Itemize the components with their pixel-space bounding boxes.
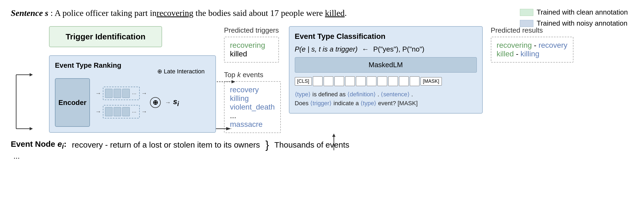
sentence-label: Sentence s <box>11 8 48 18</box>
template-text: ⟨type⟩ is defined as ⟨definition⟩ . ⟨sen… <box>295 90 477 108</box>
killed-word: killed <box>325 8 345 18</box>
brace-symbol: } <box>265 139 269 150</box>
top-k-item-1: recovery <box>230 86 275 94</box>
predicted-results-label-section: Predicted results recovering - recovery … <box>491 26 573 63</box>
col-results: Predicted results recovering - recovery … <box>491 26 573 63</box>
col-middle-boxes: Predicted triggers recovering killed Top… <box>224 26 281 133</box>
tmpl-is-defined: is defined as <box>312 91 347 98</box>
tmpl-sentence: ⟨sentence⟩ <box>381 91 410 98</box>
event-ranking-box: Event Type Ranking ⊕ Late Interaction En… <box>49 55 216 133</box>
legend-noisy-box <box>520 20 533 27</box>
result-dash-2: - <box>516 50 520 58</box>
col-classification: Event Type Classification P(e | s, t is … <box>289 26 483 114</box>
event-ranking-title: Event Type Ranking <box>55 61 121 70</box>
si-label: si <box>173 97 179 108</box>
legend-clean-box <box>520 9 533 16</box>
svg-marker-4 <box>30 127 33 130</box>
legend-clean: Trained with clean annotation <box>520 8 628 16</box>
mask-box: [MASK] <box>421 77 442 86</box>
encoder-box: Encoder <box>55 78 90 127</box>
event-classification-box: Event Type Classification P(e | s, t is … <box>289 26 483 114</box>
tmpl-def: ⟨definition⟩ <box>347 91 376 98</box>
arrow-top: → <box>95 90 101 97</box>
seq-6 <box>367 76 376 86</box>
sentence-middle: the bodies said about 17 people were <box>193 8 325 18</box>
template-line2: Does ⟨trigger⟩ indicate a ⟨type⟩ event? … <box>295 99 477 108</box>
top-k-dots: ... <box>230 111 275 120</box>
cls-box: [CLS] <box>295 77 312 86</box>
arrow-to-si: → <box>165 99 171 106</box>
formula-arrow: ← <box>362 45 369 53</box>
sentence-period: . <box>345 8 347 18</box>
top-k-label: Top k events <box>224 71 281 79</box>
col-trigger: Trigger Identification Event Type Rankin… <box>49 26 216 133</box>
late-interaction-label: ⊕ Late Interaction <box>157 68 205 75</box>
seq-4 <box>345 76 355 86</box>
predicted-triggers-box: recovering killed <box>224 37 279 63</box>
trigger-recovering: recovering <box>230 41 273 50</box>
result-recovery: recovery <box>538 41 567 49</box>
full-diagram: Trigger Identification Event Type Rankin… <box>11 26 633 133</box>
top-token-row: ··· <box>103 87 140 100</box>
top-k-item-2: killing <box>230 94 275 103</box>
result-line-1: recovering - recovery <box>497 41 568 50</box>
legend: Trained with clean annotation Trained wi… <box>520 8 628 28</box>
result-line-2: killed - killing <box>497 50 568 58</box>
encoder-label: Encoder <box>58 98 86 107</box>
predicted-results-heading: Predicted results <box>491 26 573 35</box>
formula-line: P(e | s, t is a trigger) ← P("yes"), P("… <box>295 45 477 53</box>
sentence-colon: : A police officer taking part in <box>51 8 157 18</box>
tmpl-trigger: ⟨trigger⟩ <box>310 100 332 107</box>
tmpl-type2: ⟨type⟩ <box>360 100 377 107</box>
encoder-arrows: → ··· → → <box>95 87 147 118</box>
bottom-definition: recovery - return of a lost or stolen it… <box>72 140 260 149</box>
token-sequence: [CLS] [MASK] <box>295 76 477 86</box>
bottom-token-row: ··· <box>103 105 140 118</box>
arrow-top-right: → <box>141 90 147 97</box>
trigger-killed: killed <box>230 50 273 58</box>
recovering-word: recovering <box>157 8 194 18</box>
formula-right: P("yes"), P("no") <box>373 45 424 53</box>
token-5 <box>114 107 121 116</box>
seq-3 <box>334 76 344 86</box>
trigger-id-box: Trigger Identification <box>49 26 162 47</box>
template-line1: ⟨type⟩ is defined as ⟨definition⟩ . ⟨sen… <box>295 90 477 99</box>
arrow-bot-right: → <box>141 108 147 115</box>
result-recovering: recovering <box>497 41 532 49</box>
seq-1 <box>313 76 323 86</box>
predicted-results-box: recovering - recovery killed - killing <box>491 37 573 63</box>
arrow-bot: → <box>95 108 101 115</box>
bottom-token-group: → ··· → <box>95 105 147 118</box>
top-k-section: Top k events recovery killing violent_de… <box>224 71 281 133</box>
tmpl-dot2: . <box>411 91 413 98</box>
formula-left: P(e | s, t is a trigger) <box>295 45 358 53</box>
token-dots-bot: ··· <box>131 107 138 116</box>
tmpl-type1: ⟨type⟩ <box>295 91 311 98</box>
seq-10 <box>410 76 419 86</box>
tmpl-event: event? [MASK] <box>378 100 418 107</box>
seq-2 <box>324 76 333 86</box>
token-2 <box>114 89 121 98</box>
event-class-title: Event Type Classification <box>295 32 477 41</box>
masked-lm-box: MaskedLM <box>295 57 477 73</box>
top-k-item-3: violent_death <box>230 103 275 111</box>
token-4 <box>105 107 113 116</box>
svg-marker-17 <box>332 134 335 137</box>
legend-clean-label: Trained with clean annotation <box>537 8 628 16</box>
top-k-box: recovery killing violent_death ... massa… <box>224 81 281 133</box>
si-section: → si <box>165 97 179 108</box>
svg-marker-1 <box>30 73 33 76</box>
predicted-triggers-section: Predicted triggers recovering killed <box>224 26 279 63</box>
top-token-group: → ··· → <box>95 87 147 100</box>
result-killing: killing <box>520 50 539 58</box>
bottom-event-node-label: Event Node ei: <box>11 139 66 150</box>
main-container: Trained with clean annotation Trained wi… <box>0 0 644 218</box>
seq-8 <box>388 76 398 86</box>
token-1 <box>105 89 113 98</box>
result-killed: killed <box>497 50 514 58</box>
predicted-triggers-label: Predicted triggers <box>224 26 279 35</box>
token-6 <box>122 107 130 116</box>
seq-9 <box>399 76 409 86</box>
tmpl-dot1: . <box>377 91 381 98</box>
top-k-item-4: massacre <box>230 120 275 129</box>
